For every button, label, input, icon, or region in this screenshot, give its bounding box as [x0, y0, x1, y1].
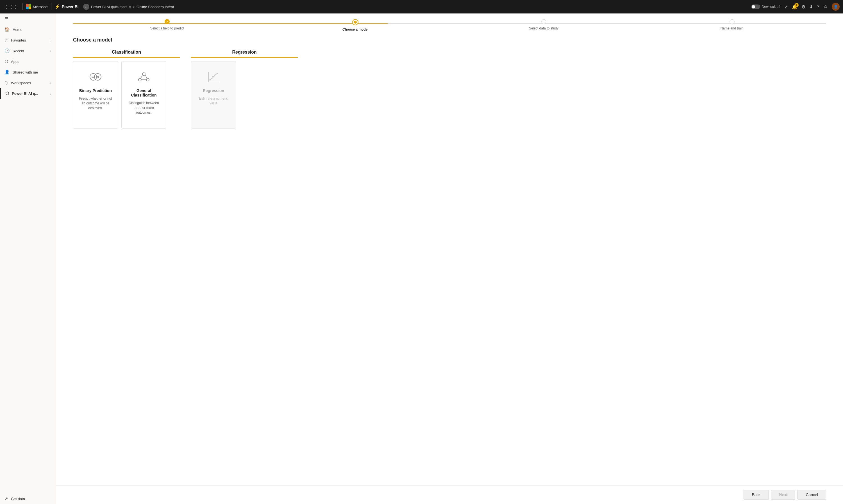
classification-cards: Binary Prediction Predict whether or not…	[73, 61, 180, 128]
topbar-divider2	[51, 3, 51, 10]
sidebar: ☰ 🏠 Home ☆ Favorites › 🕐 Recent › ⬡ Apps…	[0, 14, 56, 504]
binary-icon	[89, 70, 102, 84]
step-4: Name and train	[638, 19, 826, 32]
feedback-icon[interactable]: ☺	[823, 4, 828, 9]
binary-desc: Predict whether or not an outcome will b…	[78, 96, 113, 110]
get-data-label: Get data	[11, 497, 25, 501]
microsoft-logo	[26, 4, 31, 9]
recent-label: Recent	[13, 49, 24, 53]
step-4-label: Name and train	[721, 26, 743, 30]
topbar-divider	[22, 3, 23, 10]
svg-point-5	[138, 78, 141, 81]
step-2: Choose a model	[261, 19, 449, 32]
workspaces-label: Workspaces	[11, 81, 31, 85]
workspace-icon: ⬡	[83, 4, 89, 10]
general-icon	[138, 70, 150, 84]
step-1-label: Select a field to predict	[150, 26, 184, 30]
home-icon: 🏠	[4, 27, 10, 32]
breadcrumb: ⬡ Power BI AI quickstart ❖ > Online Shop…	[83, 4, 174, 10]
regression-title: Regression	[203, 88, 224, 93]
svg-point-6	[147, 78, 149, 81]
recent-chevron: ›	[50, 49, 51, 53]
collapse-icon: ☰	[4, 16, 8, 21]
app-body: ☰ 🏠 Home ☆ Favorites › 🕐 Recent › ⬡ Apps…	[0, 14, 843, 504]
settings-icon[interactable]: ⚙	[802, 4, 805, 10]
topbar-actions: New look off ⤢ 🔔 1 ⚙ ⬇ ? ☺ 👤	[751, 3, 840, 11]
general-desc: Distinguish between three or more outcom…	[126, 101, 161, 115]
apps-label: Apps	[11, 59, 19, 64]
breadcrumb-separator: ❖ >	[128, 5, 135, 9]
sidebar-item-workspaces[interactable]: ⬡ Workspaces ›	[0, 77, 56, 88]
sidebar-item-recent[interactable]: 🕐 Recent ›	[0, 46, 56, 56]
favorites-icon: ☆	[4, 38, 8, 43]
binary-prediction-card[interactable]: Binary Prediction Predict whether or not…	[73, 61, 118, 128]
svg-line-7	[141, 75, 142, 78]
new-look-label: New look off	[762, 5, 780, 9]
general-title: General Classification	[126, 88, 161, 97]
main-content: ✓ Select a field to predict Choose a mod…	[56, 14, 843, 504]
home-label: Home	[13, 28, 22, 32]
regression-category: Regression	[191, 50, 298, 128]
workspaces-icon: ⬡	[4, 80, 8, 85]
recent-icon: 🕐	[4, 48, 10, 53]
workspaces-chevron: ›	[50, 81, 51, 85]
topbar: ⋮⋮⋮ Microsoft ⚡ Power BI ⬡ Power BI AI q…	[0, 0, 843, 14]
get-data-icon: ↗	[4, 496, 8, 501]
footer-bar: Back Next Cancel	[56, 485, 843, 504]
cancel-button[interactable]: Cancel	[797, 490, 826, 500]
step-2-dot	[352, 19, 358, 25]
notification-icon[interactable]: 🔔 1	[792, 4, 797, 10]
powerbi-ai-chevron: ⌄	[49, 92, 51, 95]
microsoft-label: Microsoft	[33, 5, 48, 9]
regression-desc: Estimate a numeric value	[196, 96, 231, 106]
sidebar-item-powerbi-ai[interactable]: ⬡ Power BI AI q... ⌄	[0, 88, 56, 99]
regression-cards: Regression Estimate a numeric value	[191, 61, 298, 128]
breadcrumb-page: Online Shoppers Intent	[137, 5, 174, 9]
regression-card: Regression Estimate a numeric value	[191, 61, 236, 128]
sidebar-collapse-button[interactable]: ☰	[0, 14, 56, 24]
model-categories: Classification	[73, 50, 826, 128]
svg-line-8	[145, 75, 147, 78]
powerbi-ai-icon: ⬡	[5, 91, 9, 96]
step-1: ✓ Select a field to predict	[73, 19, 261, 32]
avatar[interactable]: 👤	[832, 3, 840, 11]
step-2-label: Choose a model	[342, 28, 368, 32]
favorites-label: Favorites	[11, 38, 26, 42]
classification-header: Classification	[73, 50, 180, 58]
expand-icon[interactable]: ⤢	[784, 4, 788, 10]
sidebar-item-favorites[interactable]: ☆ Favorites ›	[0, 35, 56, 46]
stepper: ✓ Select a field to predict Choose a mod…	[56, 14, 843, 34]
regression-icon	[207, 70, 220, 84]
classification-category: Classification	[73, 50, 180, 128]
stepper-steps: ✓ Select a field to predict Choose a mod…	[73, 19, 826, 32]
sidebar-spacer	[0, 99, 56, 493]
powerbi-brand: ⚡ Power BI	[55, 4, 79, 9]
shared-icon: 👤	[4, 70, 10, 75]
sidebar-item-get-data[interactable]: ↗ Get data	[0, 493, 56, 504]
step-3: Select data to study	[450, 19, 638, 32]
step-3-label: Select data to study	[529, 26, 558, 30]
sidebar-item-shared[interactable]: 👤 Shared with me	[0, 67, 56, 77]
new-look-toggle[interactable]: New look off	[751, 4, 780, 9]
download-icon[interactable]: ⬇	[809, 4, 813, 10]
model-content: Choose a model Classification	[56, 34, 843, 485]
waffle-icon[interactable]: ⋮⋮⋮	[3, 3, 19, 11]
toggle-switch[interactable]	[751, 4, 760, 9]
shared-label: Shared with me	[13, 70, 38, 74]
help-icon[interactable]: ?	[817, 4, 820, 9]
general-classification-card[interactable]: General Classification Distinguish betwe…	[121, 61, 166, 128]
sidebar-item-apps[interactable]: ⬡ Apps	[0, 56, 56, 67]
next-button[interactable]: Next	[771, 490, 795, 500]
sidebar-item-home[interactable]: 🏠 Home	[0, 24, 56, 35]
powerbi-ai-label: Power BI AI q...	[12, 91, 38, 96]
favorites-chevron: ›	[50, 38, 51, 42]
topbar-brand: Microsoft	[26, 4, 48, 9]
step-3-dot	[541, 19, 546, 24]
toggle-knob	[752, 5, 755, 8]
notification-badge: 1	[795, 3, 798, 7]
back-button[interactable]: Back	[743, 490, 769, 500]
apps-icon: ⬡	[4, 59, 8, 64]
regression-header: Regression	[191, 50, 298, 58]
binary-title: Binary Prediction	[79, 88, 112, 93]
breadcrumb-workspace[interactable]: Power BI AI quickstart	[91, 5, 127, 9]
